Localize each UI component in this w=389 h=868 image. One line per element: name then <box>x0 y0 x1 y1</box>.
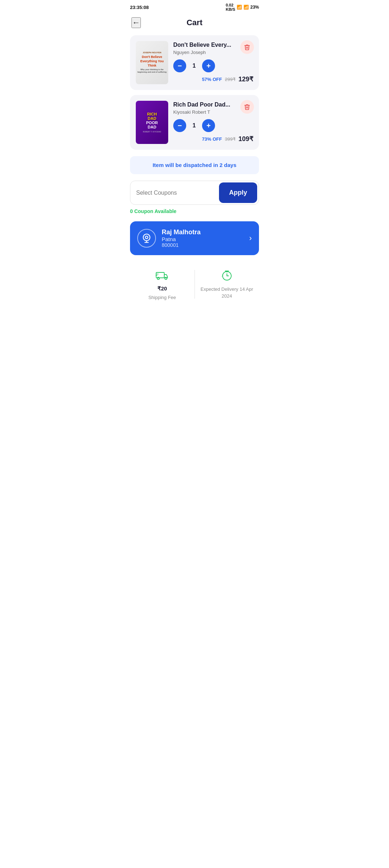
back-button[interactable]: ← <box>131 17 141 28</box>
dispatch-banner: Item will be dispatched in 2 days <box>130 156 259 174</box>
item-2-final-price: 109₹ <box>238 135 253 143</box>
item-1-increase-button[interactable]: + <box>202 59 215 72</box>
status-bar: 23:35:08 0.02KB/S 📶 📶 23% <box>124 0 265 13</box>
expected-delivery-label: Expected Delivery 14 Apr 2024 <box>198 286 256 299</box>
item-1-quantity-row: − 1 + <box>173 59 253 72</box>
item-1-final-price: 129₹ <box>238 75 253 83</box>
wifi-icon: 📶 <box>237 5 242 10</box>
header: ← Cart <box>124 13 265 32</box>
expected-delivery-info: Expected Delivery 14 Apr 2024 <box>195 263 259 305</box>
item-2-quantity: 1 <box>191 122 197 129</box>
truck-icon <box>156 268 169 282</box>
item-2-delete-button[interactable] <box>240 100 254 114</box>
item-1-quantity: 1 <box>191 63 197 69</box>
svg-point-0 <box>146 236 148 239</box>
cart-item-2: RICHDAD POORDAD ROBERT T. KIYOSAKI Rich … <box>130 95 259 150</box>
address-info: Raj Malhotra Patna 800001 <box>162 229 243 248</box>
apply-coupon-button[interactable]: Apply <box>219 182 257 203</box>
item-1-delete-button[interactable] <box>240 40 254 54</box>
delivery-section: ₹20 Shipping Fee Expected Delivery 14 Ap… <box>130 262 259 306</box>
cart-list: JOSEPH NGUYEN Don't Believe Everything Y… <box>124 35 265 150</box>
battery-text: 23% <box>250 5 259 10</box>
location-icon <box>137 229 156 248</box>
item-1-discount: 57% OFF <box>202 77 222 82</box>
item-1-price-row: 57% OFF 299₹ 129₹ <box>173 75 253 83</box>
address-card[interactable]: Raj Malhotra Patna 800001 › <box>130 221 259 255</box>
coupon-section: Apply 0 Coupon Available <box>130 181 259 214</box>
coupon-available-text: 0 Coupon Available <box>130 208 259 214</box>
shipping-fee: ₹20 <box>157 285 167 292</box>
book-cover-1: JOSEPH NGUYEN Don't Believe Everything Y… <box>136 41 168 84</box>
address-name: Raj Malhotra <box>162 229 243 236</box>
item-2-increase-button[interactable]: + <box>202 119 215 132</box>
dispatch-text: Item will be dispatched in 2 days <box>153 162 237 168</box>
coupon-input[interactable] <box>130 183 218 203</box>
clock-icon <box>220 269 233 283</box>
item-2-quantity-row: − 1 + <box>173 119 253 132</box>
chevron-right-icon: › <box>249 234 252 243</box>
svg-rect-1 <box>156 272 165 278</box>
address-pin: 800001 <box>162 242 243 248</box>
address-city: Patna <box>162 236 243 242</box>
book-cover-2: RICHDAD POORDAD ROBERT T. KIYOSAKI <box>136 101 168 144</box>
signal-icon: 📶 <box>243 5 249 10</box>
cart-item-1: JOSEPH NGUYEN Don't Believe Everything Y… <box>130 35 259 90</box>
item-1-decrease-button[interactable]: − <box>173 59 186 72</box>
item-2-decrease-button[interactable]: − <box>173 119 186 132</box>
status-right-icons: 0.02KB/S 📶 📶 23% <box>226 3 259 12</box>
svg-point-2 <box>157 277 160 280</box>
shipping-info: ₹20 Shipping Fee <box>130 262 194 306</box>
item-2-original-price: 399₹ <box>225 136 236 142</box>
svg-point-3 <box>165 277 167 280</box>
page-title: Cart <box>131 18 258 27</box>
status-time: 23:35:08 <box>130 5 149 10</box>
item-1-original-price: 299₹ <box>225 77 236 82</box>
coupon-row: Apply <box>130 181 259 205</box>
item-2-discount: 73% OFF <box>202 136 222 142</box>
item-2-price-row: 73% OFF 399₹ 109₹ <box>173 135 253 143</box>
network-icon: 0.02KB/S <box>226 3 235 12</box>
shipping-label: Shipping Fee <box>148 295 176 300</box>
